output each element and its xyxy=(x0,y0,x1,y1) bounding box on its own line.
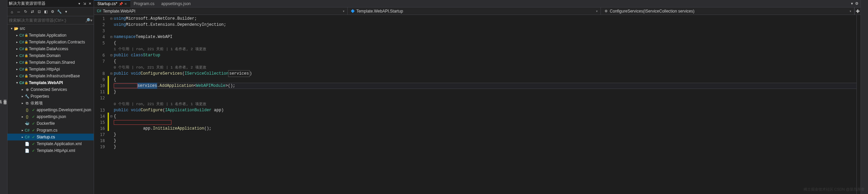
dropdown-icon[interactable]: ▾ xyxy=(77,1,81,6)
fold-toggle[interactable]: ⊟ xyxy=(109,34,114,40)
code-line[interactable] xyxy=(114,119,856,125)
code-line[interactable]: } xyxy=(114,89,856,95)
filter-icon[interactable]: ⊡ xyxy=(36,9,42,15)
close-icon[interactable]: ✕ xyxy=(88,1,92,6)
split-editor-icon[interactable]: ✚ xyxy=(854,7,861,15)
tree-item-appsettings-json[interactable]: ▸{}✓appsettings.json xyxy=(7,113,94,120)
fold-toggle[interactable] xyxy=(109,28,114,34)
tree-item--[interactable]: ▸⧉依赖项 xyxy=(7,100,94,106)
chevron-icon[interactable]: ▸ xyxy=(20,129,24,132)
tree-item-program-cs[interactable]: ▸C#✓Program.cs xyxy=(7,127,94,134)
chevron-icon[interactable]: ▸ xyxy=(15,47,19,51)
vtab-server-explorer[interactable]: 服务资源管理器 xyxy=(2,96,7,100)
fold-toggle[interactable]: ⊟ xyxy=(109,52,114,58)
tab-startup-cs-[interactable]: Startup.cs*📌✕ xyxy=(94,0,130,7)
right-vertical-tab[interactable] xyxy=(861,0,868,194)
fold-toggle[interactable] xyxy=(109,40,114,46)
tab-program-cs[interactable]: Program.cs xyxy=(130,0,158,7)
tree-item-src[interactable]: ▾📂src xyxy=(7,25,94,32)
search-input[interactable] xyxy=(9,18,85,23)
show-all-icon[interactable]: ◧ xyxy=(43,9,49,15)
chevron-icon[interactable]: ▸ xyxy=(15,54,19,57)
chevron-down-icon[interactable]: ▾ xyxy=(343,9,345,13)
code-line[interactable]: public void ConfigureServices(IServiceCo… xyxy=(114,71,856,77)
tree-item-dockerfile[interactable]: 🐳✓Dockerfile xyxy=(7,120,94,127)
chevron-icon[interactable]: ▸ xyxy=(15,67,19,71)
fold-toggle[interactable] xyxy=(109,58,114,64)
code-line[interactable]: } xyxy=(114,132,856,138)
nav-dropdown[interactable]: ⚙ConfigureServices(IServiceCollection se… xyxy=(601,7,854,15)
solution-search[interactable]: 🔎▾ xyxy=(7,16,94,24)
tree-item-template-webapi[interactable]: ▾C#🔒Template.WebAPI xyxy=(7,79,94,86)
code-line[interactable]: } xyxy=(114,144,856,150)
fold-toggle[interactable] xyxy=(109,64,114,71)
chevron-icon[interactable]: ▸ xyxy=(15,34,19,37)
code-line[interactable]: } xyxy=(114,138,856,144)
fold-toggle[interactable]: ⊟ xyxy=(109,71,114,77)
chevron-down-icon[interactable]: ▾ xyxy=(850,9,851,13)
code-line[interactable]: { xyxy=(114,58,856,64)
tree-item-template-application-xml[interactable]: 📄✓Template.Application.xml xyxy=(7,140,94,147)
tree-item-template-infrastructurebase[interactable]: ▸C#🔒Template.InfrastructureBase xyxy=(7,73,94,79)
tree-item-connected-services[interactable]: ▸⊕Connected Services xyxy=(7,86,94,93)
chevron-icon[interactable]: ▸ xyxy=(20,95,24,98)
code-line[interactable]: { xyxy=(114,40,856,46)
code-line[interactable]: 1 个引用 | ron, 221 天前 | 1 名作者, 2 项更改 xyxy=(114,46,856,52)
fold-toggle[interactable] xyxy=(109,77,114,83)
code-line[interactable] xyxy=(114,28,856,34)
search-dropdown-icon[interactable]: 🔎▾ xyxy=(85,18,92,23)
gear-icon[interactable]: ⚙ xyxy=(855,1,858,6)
code-line[interactable]: public class Startup xyxy=(114,52,856,58)
code-line[interactable]: 0 个引用 | ron, 221 天前 | 1 名作者, 1 项更改 xyxy=(114,101,856,107)
fold-toggle[interactable] xyxy=(109,83,114,89)
wrench-icon[interactable]: 🔧 xyxy=(56,9,62,15)
code-line[interactable]: { xyxy=(114,77,856,83)
tree-item-appsettings-development-json[interactable]: {}✓appsettings.Development.json xyxy=(7,106,94,113)
solution-tree[interactable]: ▾📂src▸C#🔒Template.Application▸C#🔒Templat… xyxy=(7,24,94,194)
tree-item-template-application[interactable]: ▸C#🔒Template.Application xyxy=(7,32,94,39)
fold-toggle[interactable] xyxy=(109,107,114,113)
code-line[interactable]: using Microsoft.Extensions.DependencyInj… xyxy=(114,22,856,28)
fold-toggle[interactable] xyxy=(109,89,114,95)
code-line[interactable]: { xyxy=(114,113,856,119)
close-icon[interactable]: ✕ xyxy=(124,2,127,6)
fold-toggle[interactable] xyxy=(109,22,114,28)
fold-gutter[interactable]: ⊟⊟⊟⊟⊟ xyxy=(109,15,114,194)
fold-toggle[interactable] xyxy=(109,144,114,150)
sync-icon[interactable]: ⇄ xyxy=(29,9,35,15)
fold-toggle[interactable]: ⊟ xyxy=(109,113,114,119)
chevron-down-icon[interactable]: ▾ xyxy=(596,9,598,13)
pin-icon[interactable]: ⇲ xyxy=(82,1,87,6)
tree-item-template-httpapi[interactable]: ▸C#🔒Template.HttpApi xyxy=(7,66,94,73)
fold-toggle[interactable] xyxy=(109,119,114,125)
code-line[interactable]: public void Configure(IApplicationBuilde… xyxy=(114,107,856,113)
code-content[interactable]: using Microsoft.AspNetCore.Builder;using… xyxy=(114,15,856,194)
chevron-icon[interactable]: ▸ xyxy=(20,115,24,118)
pin-icon[interactable]: 📌 xyxy=(119,2,123,6)
code-line[interactable]: 0 个引用 | ron, 221 天前 | 1 名作者, 2 项更改 xyxy=(114,64,856,71)
tree-item-template-dataaccess[interactable]: ▸C#🔒Template.DataAccess xyxy=(7,45,94,52)
chevron-icon[interactable]: ▾ xyxy=(10,27,14,30)
vtab-toolbox[interactable]: 工具箱 xyxy=(0,97,2,99)
chevron-icon[interactable]: ▸ xyxy=(20,88,24,91)
left-vertical-tabs[interactable]: 服务资源管理器 工具箱 xyxy=(0,0,7,194)
chevron-icon[interactable]: ▸ xyxy=(20,101,24,105)
tab-overflow-icon[interactable]: ▾ xyxy=(851,1,853,6)
chevron-icon[interactable]: ▸ xyxy=(20,135,24,139)
code-line[interactable] xyxy=(114,95,856,101)
dash-icon[interactable]: ─ xyxy=(16,9,22,15)
refresh-icon[interactable]: ↻ xyxy=(22,9,29,15)
home-icon[interactable]: ⌂ xyxy=(9,9,15,15)
nav-dropdown[interactable]: 🔷Template.WebAPI.Startup▾ xyxy=(348,7,601,15)
caret-icon[interactable]: ▾ xyxy=(63,9,69,15)
code-line[interactable]: app.InitializeApplication(); xyxy=(114,125,856,132)
tab-appsettings-json[interactable]: appsettings.json xyxy=(158,0,194,7)
properties-icon[interactable]: ⚙ xyxy=(50,9,56,15)
tree-item-template-domain[interactable]: ▸C#🔒Template.Domain xyxy=(7,52,94,59)
code-line[interactable]: using Microsoft.AspNetCore.Builder; xyxy=(114,16,856,22)
tree-item-template-application-contracts[interactable]: ▸C#🔒Template.Application.Contracts xyxy=(7,39,94,45)
chevron-icon[interactable]: ▸ xyxy=(15,61,19,64)
tree-item-properties[interactable]: ▸🔧Properties xyxy=(7,93,94,100)
tree-item-startup-cs[interactable]: ▸C#✓Startup.cs xyxy=(7,134,94,140)
fold-toggle[interactable] xyxy=(109,95,114,101)
